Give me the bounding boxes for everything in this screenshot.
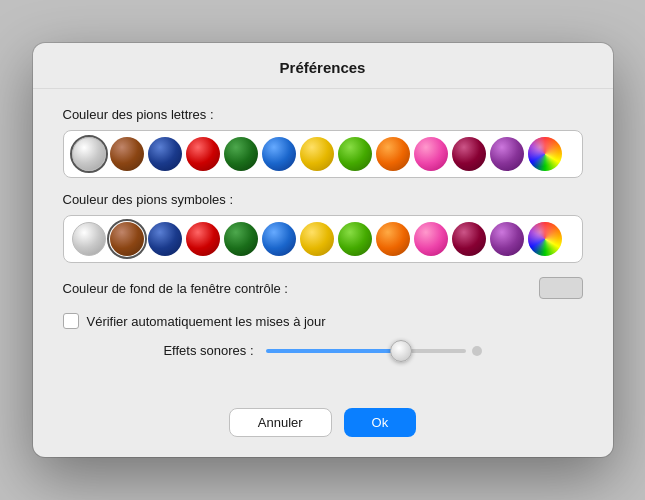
color-ball-green[interactable] (338, 222, 372, 256)
color-ball-orange[interactable] (376, 222, 410, 256)
update-checkbox[interactable] (63, 313, 79, 329)
color-ball-maroon[interactable] (452, 222, 486, 256)
color-ball-red[interactable] (186, 222, 220, 256)
bg-color-option: Couleur de fond de la fenêtre contrôle : (63, 277, 583, 299)
dialog-footer: Annuler Ok (33, 398, 613, 457)
color-ball-yellow[interactable] (300, 222, 334, 256)
color-ball-purple[interactable] (490, 222, 524, 256)
cancel-button[interactable]: Annuler (229, 408, 332, 437)
bg-color-swatch[interactable] (539, 277, 583, 299)
color-ball-maroon[interactable] (452, 137, 486, 171)
color-ball-darkgreen[interactable] (224, 222, 258, 256)
color-ball-blue[interactable] (262, 222, 296, 256)
color-ball-white[interactable] (72, 222, 106, 256)
color-ball-white[interactable] (72, 137, 106, 171)
color-ball-pink[interactable] (414, 137, 448, 171)
sound-label: Effets sonores : (163, 343, 253, 358)
color-ball-darkgreen[interactable] (224, 137, 258, 171)
color-ball-rainbow[interactable] (528, 222, 562, 256)
dialog-body: Couleur des pions lettres : Couleur des … (33, 89, 613, 398)
color-ball-rainbow[interactable] (528, 137, 562, 171)
color-ball-yellow[interactable] (300, 137, 334, 171)
color-ball-brown[interactable] (110, 137, 144, 171)
color-ball-pink[interactable] (414, 222, 448, 256)
slider-end-indicator (472, 346, 482, 356)
update-checkbox-row: Vérifier automatiquement les mises à jou… (63, 313, 583, 329)
color-ball-purple[interactable] (490, 137, 524, 171)
sound-slider-row: Effets sonores : (63, 343, 583, 358)
color-ball-brown[interactable] (110, 222, 144, 256)
bg-color-label: Couleur de fond de la fenêtre contrôle : (63, 281, 539, 296)
color-ball-red[interactable] (186, 137, 220, 171)
sound-slider[interactable] (266, 349, 466, 353)
ok-button[interactable]: Ok (344, 408, 417, 437)
symbols-section-label: Couleur des pions symboles : (63, 192, 583, 207)
color-ball-blue[interactable] (262, 137, 296, 171)
letters-color-row (63, 130, 583, 178)
symbols-color-row (63, 215, 583, 263)
color-ball-navy[interactable] (148, 222, 182, 256)
update-label: Vérifier automatiquement les mises à jou… (87, 314, 326, 329)
color-ball-navy[interactable] (148, 137, 182, 171)
color-ball-green[interactable] (338, 137, 372, 171)
dialog-title: Préférences (33, 43, 613, 89)
preferences-dialog: Préférences Couleur des pions lettres : … (33, 43, 613, 457)
color-ball-orange[interactable] (376, 137, 410, 171)
letters-section-label: Couleur des pions lettres : (63, 107, 583, 122)
